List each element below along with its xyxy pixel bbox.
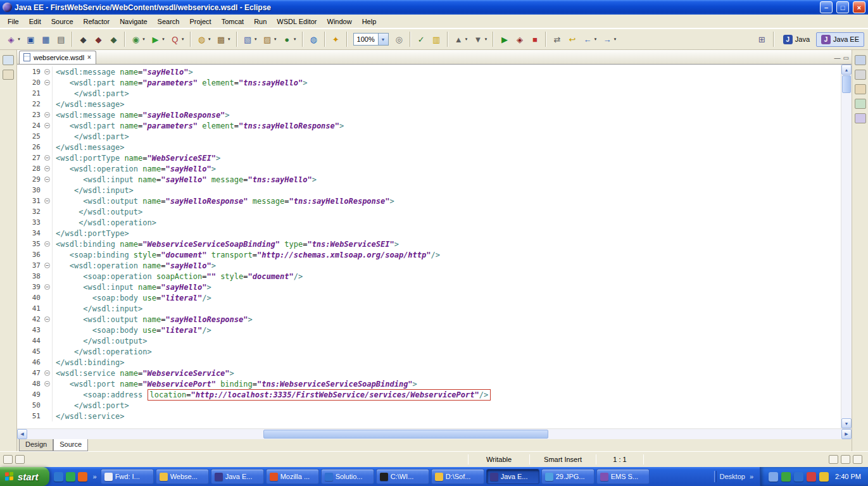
taskbar-button[interactable]: Solutio... [321,469,374,484]
new-dynamic-web-project-button[interactable]: ▩▼ [214,31,233,47]
mark-occurrences-button[interactable]: ▥ [429,31,444,47]
toolbar-grip[interactable] [714,471,717,482]
code-line[interactable]: 40 <soap:body use="literal"/> [17,292,841,303]
menu-item-edit[interactable]: Edit [24,16,46,27]
last-edit-button[interactable]: ↩ [565,31,579,47]
fold-marker-icon[interactable]: − [42,260,53,271]
desktop-overflow-icon[interactable]: » [748,473,755,480]
vertical-scroll-thumb[interactable] [842,75,851,93]
save-all-button[interactable]: ▦ [39,31,53,47]
debug-button[interactable]: ◉▼ [129,31,148,47]
vertical-scroll-track[interactable] [841,75,852,418]
taskbar-button[interactable]: Fwd: I... [101,469,154,484]
taskbar-button[interactable]: EMS S... [596,469,650,484]
code-line[interactable]: 30 </wsdl:input> [17,185,841,196]
code-line[interactable]: 21 </wsdl:part> [17,88,841,99]
fold-marker-icon[interactable]: − [42,282,53,292]
code-line[interactable]: 26</wsdl:message> [17,142,841,153]
zoom-select-button[interactable]: ◎ [392,31,406,47]
servers-view-icon[interactable] [855,99,866,109]
taskbar-button[interactable]: C:\WI... [376,469,429,484]
perspective-javaee-button[interactable]: J Java EE [816,32,864,47]
link-editor-button[interactable]: ⇄ [550,31,564,47]
vertical-scrollbar[interactable]: ▲ ▼ [841,65,852,428]
new-wizard-button[interactable]: ◈▼ [4,31,23,47]
edit-status-icon[interactable] [15,455,25,464]
snippets-view-icon[interactable] [855,113,866,123]
antivirus-icon[interactable] [807,472,816,482]
outline-view-icon[interactable] [855,70,866,80]
code-line[interactable]: 25 </wsdl:part> [17,131,841,142]
internet-explorer-icon[interactable] [54,472,63,482]
dropdown-arrow-icon[interactable]: ▼ [484,37,488,41]
code-line[interactable]: 43 <soap:body use="literal"/> [17,325,841,335]
fold-marker-icon[interactable]: − [42,378,53,389]
dropdown-arrow-icon[interactable]: ▼ [142,37,146,41]
new-package-button[interactable]: ▨▼ [260,31,279,47]
code-line[interactable]: 41 </wsdl:input> [17,303,841,314]
dropdown-arrow-icon[interactable]: ▼ [161,37,165,41]
maximize-editor-icon[interactable]: ▭ [843,54,852,64]
code-line[interactable]: 42− <wsdl:output name="sayHelloResponse"… [17,314,841,325]
scroll-up-icon[interactable]: ▲ [841,65,852,75]
dropdown-arrow-icon[interactable]: ▼ [593,37,597,41]
external-tools-button[interactable]: Q▼ [168,31,187,47]
code-line[interactable]: 34</wsdl:portType> [17,228,841,239]
fast-view-palette-icon[interactable] [3,70,14,80]
code-line[interactable]: 35−<wsdl:binding name="WebserviceService… [17,239,841,249]
menu-item-refactor[interactable]: Refactor [79,16,115,27]
taskbar-button[interactable]: Java E... [211,469,264,484]
browser-icon[interactable] [66,472,75,482]
code-line[interactable]: 46</wsdl:binding> [17,357,841,368]
horizontal-scroll-thumb[interactable] [263,430,548,439]
dropdown-arrow-icon[interactable]: ▼ [17,37,21,41]
code-line[interactable]: 38 <soap:operation soapAction="" style="… [17,271,841,282]
horizontal-scrollbar[interactable]: ◀ ▶ [17,428,852,439]
run-button[interactable]: ▶▼ [148,31,167,47]
taskbar-button[interactable]: 29.JPG... [541,469,594,484]
dropdown-arrow-icon[interactable]: ▼ [208,37,211,41]
scroll-left-icon[interactable]: ◀ [17,429,27,439]
dropdown-arrow-icon[interactable]: ▼ [254,37,258,41]
code-line[interactable]: 28− <wsdl:operation name="sayHello"> [17,163,841,174]
tab-source[interactable]: Source [53,439,88,451]
fold-marker-icon[interactable]: − [42,196,53,206]
taskbar-button[interactable]: D:\Sof... [431,469,484,484]
run-last-button[interactable]: ▶ [497,31,512,47]
new-class-button[interactable]: ●▼ [280,31,299,47]
ant-debug-button[interactable]: ◆ [91,31,106,47]
back-button[interactable]: ←▼ [580,31,599,47]
dropdown-arrow-icon[interactable]: ▼ [613,37,617,41]
network-icon[interactable] [781,472,791,482]
code-line[interactable]: 45 </wsdl:operation> [17,346,841,357]
zoom-dropdown-icon[interactable]: ▼ [378,34,388,45]
window-status-icon[interactable] [3,455,13,464]
fold-marker-icon[interactable]: − [42,239,53,249]
progress-icon[interactable] [829,455,838,464]
code-line[interactable]: 19−<wsdl:message name="sayHello"> [17,66,841,77]
code-line[interactable]: 39− <wsdl:input name="sayHello"> [17,282,841,292]
stop-button[interactable]: ■ [527,31,542,47]
menu-item-file[interactable]: File [3,16,24,27]
web-browser-button[interactable]: ◍ [306,31,321,47]
horizontal-scroll-track[interactable] [27,429,841,439]
quick-launch-overflow-icon[interactable]: » [92,473,98,480]
code-line[interactable]: 33 </wsdl:operation> [17,217,841,228]
fold-marker-icon[interactable]: − [42,77,53,88]
new-java-project-button[interactable]: ▧▼ [241,31,260,47]
close-button[interactable]: × [853,1,865,13]
menu-item-search[interactable]: Search [153,16,185,27]
fold-marker-icon[interactable]: − [42,66,53,77]
fold-marker-icon[interactable]: − [42,314,53,325]
taskbar-button[interactable]: Webse... [156,469,209,484]
next-annotation-button[interactable]: ▼▼ [471,31,490,47]
volume-icon[interactable] [769,472,778,482]
print-button[interactable]: ▤ [54,31,68,47]
dropdown-arrow-icon[interactable]: ▼ [274,37,277,41]
code-line[interactable]: 36 <soap:binding style="document" transp… [17,249,841,260]
code-line[interactable]: 20− <wsdl:part name="parameters" element… [17,77,841,88]
scroll-right-icon[interactable]: ▶ [841,429,852,439]
code-line[interactable]: 37− <wsdl:operation name="sayHello"> [17,260,841,271]
messenger-icon[interactable] [794,472,803,482]
taskbar-button[interactable]: Mozilla ... [266,469,319,484]
